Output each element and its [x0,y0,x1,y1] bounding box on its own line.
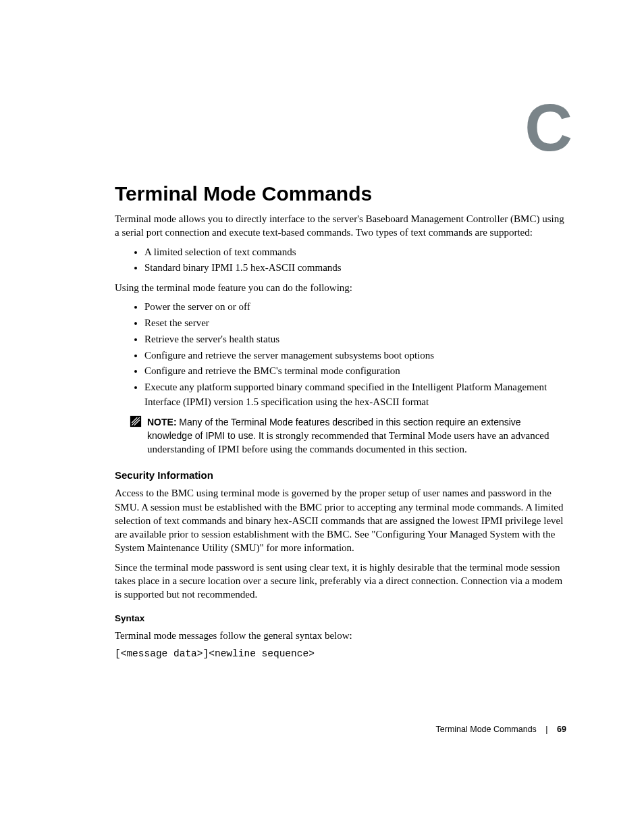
list-item: Standard binary IPMI 1.5 hex-ASCII comma… [144,261,566,276]
note-block: NOTE: Many of the Terminal Mode features… [130,415,566,457]
features-intro: Using the terminal mode feature you can … [115,281,566,294]
note-label: NOTE: [147,417,177,427]
list-item: Configure and retrieve the server manage… [144,348,566,363]
syntax-paragraph: Terminal mode messages follow the genera… [115,629,566,642]
chapter-letter: C [525,95,570,161]
list-item: Configure and retrieve the BMC's termina… [144,364,566,379]
note-icon [130,415,142,457]
list-item: Reset the server [144,316,566,331]
footer-page-number: 69 [557,725,566,734]
note-text: NOTE: Many of the Terminal Mode features… [147,415,566,457]
syntax-heading: Syntax [115,613,566,623]
page-footer: Terminal Mode Commands | 69 [436,725,566,734]
list-item: Execute any platform supported binary co… [144,380,566,410]
footer-separator: | [545,725,547,734]
security-paragraph-1: Access to the BMC using terminal mode is… [115,486,566,554]
list-item: Retrieve the server's health status [144,332,566,347]
footer-section: Terminal Mode Commands [436,725,537,734]
command-types-list: A limited selection of text commands Sta… [115,245,566,276]
intro-paragraph: Terminal mode allows you to directly int… [115,212,566,240]
features-list: Power the server on or off Reset the ser… [115,300,566,409]
security-paragraph-2: Since the terminal mode password is sent… [115,561,566,602]
syntax-code: [<message data>]<newline sequence> [115,648,566,659]
page-title: Terminal Mode Commands [115,182,566,205]
security-heading: Security Information [115,469,566,481]
list-item: A limited selection of text commands [144,245,566,260]
list-item: Power the server on or off [144,300,566,315]
